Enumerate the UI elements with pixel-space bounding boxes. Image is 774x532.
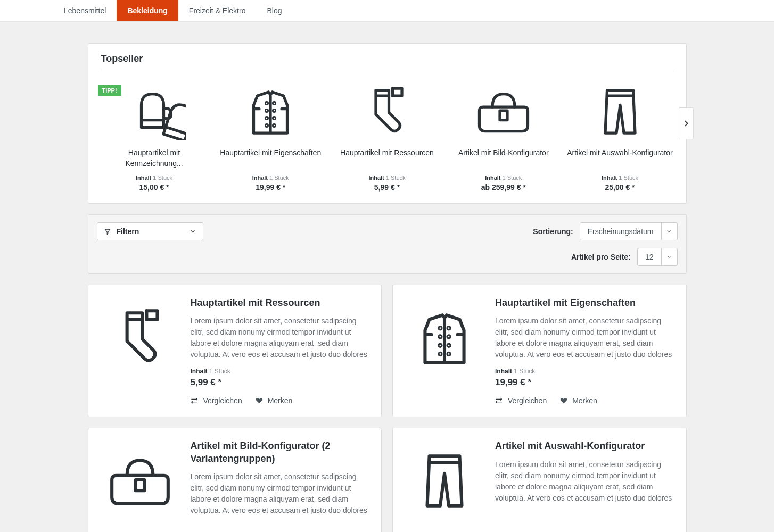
topseller-item[interactable]: Hauptartikel mit RessourcenInhalt 1 Stüc… (334, 81, 440, 192)
heart-icon (559, 396, 568, 405)
chevron-down-icon (189, 228, 196, 235)
product-content: Inhalt 1 Stück (450, 174, 557, 181)
product-image (567, 81, 673, 140)
sort-value: Erscheinungsdatum (580, 227, 661, 236)
chevron-down-icon (666, 228, 672, 235)
product-image (100, 440, 180, 520)
heart-icon (255, 396, 264, 405)
topseller-item[interactable]: Hauptartikel mit EigenschaftenInhalt 1 S… (217, 81, 324, 192)
product-title: Artikel mit Bild-Konfigurator (2 Variant… (191, 440, 370, 465)
product-description: Lorem ipsum dolor sit amet, consetetur s… (495, 459, 674, 504)
sort-label: Sortierung: (533, 227, 573, 236)
product-image (405, 297, 484, 377)
product-description: Lorem ipsum dolor sit amet, consetetur s… (495, 315, 674, 360)
product-name: Hauptartikel mit Kennzeichnung... (101, 148, 208, 169)
product-image (450, 81, 557, 140)
product-name: Hauptartikel mit Eigenschaften (217, 148, 324, 169)
chevron-right-icon (682, 119, 690, 128)
product-image (100, 297, 180, 377)
product-image (405, 440, 484, 520)
compare-button[interactable]: Vergleichen (495, 396, 547, 405)
per-page-value: 12 (638, 253, 661, 261)
nav-item-freizeit-elektro[interactable]: Freizeit & Elektro (178, 0, 257, 21)
filter-button[interactable]: Filtern (97, 222, 203, 240)
compare-icon (495, 396, 504, 405)
filter-label: Filtern (117, 227, 139, 236)
product-price: ab 259,99 € * (450, 183, 557, 192)
product-content: Inhalt 1 Stück (334, 174, 440, 181)
product-price: 5,99 € * (191, 377, 370, 388)
product-name: Artikel mit Bild-Konfigurator (450, 148, 557, 169)
product-title: Artikel mit Auswahl-Konfigurator (495, 440, 674, 452)
product-image (334, 81, 440, 140)
topseller-title: Topseller (101, 53, 673, 71)
product-content: Inhalt 1 Stück (495, 368, 674, 375)
product-price: 19,99 € * (495, 377, 674, 388)
topseller-item[interactable]: Artikel mit Auswahl-KonfiguratorInhalt 1… (567, 81, 673, 192)
tip-badge: TIPP! (98, 85, 121, 96)
compare-icon (191, 396, 199, 405)
nav-item-lebensmittel[interactable]: Lebensmittel (53, 0, 117, 21)
product-content: Inhalt 1 Stück (217, 174, 324, 181)
chevron-down-icon (666, 254, 672, 260)
product-description: Lorem ipsum dolor sit amet, consetetur s… (191, 471, 370, 516)
nav-item-blog[interactable]: Blog (256, 0, 292, 21)
product-grid: Hauptartikel mit RessourcenLorem ipsum d… (88, 285, 687, 532)
topseller-item[interactable]: Artikel mit Bild-KonfiguratorInhalt 1 St… (450, 81, 557, 192)
product-card[interactable]: Hauptartikel mit RessourcenLorem ipsum d… (88, 285, 382, 417)
product-description: Lorem ipsum dolor sit amet, consetetur s… (191, 315, 370, 360)
product-price: 15,00 € * (101, 183, 208, 192)
product-price: 25,00 € * (567, 183, 673, 192)
product-name: Hauptartikel mit Ressourcen (334, 148, 440, 169)
product-content: Inhalt 1 Stück (567, 174, 673, 181)
product-image (217, 81, 324, 140)
product-name: Artikel mit Auswahl-Konfigurator (567, 148, 673, 169)
per-page-label: Artikel pro Seite: (571, 253, 631, 261)
main-nav: LebensmittelBekleidungFreizeit & Elektro… (0, 0, 774, 22)
product-card[interactable]: Artikel mit Auswahl-KonfiguratorLorem ip… (392, 428, 687, 532)
wishlist-button[interactable]: Merken (559, 396, 597, 405)
product-card[interactable]: Artikel mit Bild-Konfigurator (2 Variant… (88, 428, 382, 532)
filter-bar: Filtern Sortierung: Erscheinungsdatum Ar… (88, 214, 687, 274)
topseller-section: Topseller TIPP!Hauptartikel mit Kennzeic… (88, 43, 687, 204)
product-price: 5,99 € * (334, 183, 440, 192)
product-title: Hauptartikel mit Ressourcen (191, 297, 370, 309)
wishlist-button[interactable]: Merken (255, 396, 293, 405)
carousel-next-button[interactable] (679, 107, 694, 139)
product-content: Inhalt 1 Stück (191, 368, 370, 375)
per-page-select[interactable]: 12 (637, 248, 678, 266)
product-price: 19,99 € * (217, 183, 324, 192)
nav-item-bekleidung[interactable]: Bekleidung (117, 0, 178, 21)
product-title: Hauptartikel mit Eigenschaften (495, 297, 674, 309)
compare-button[interactable]: Vergleichen (191, 396, 242, 405)
topseller-item[interactable]: TIPP!Hauptartikel mit Kennzeichnung...In… (101, 81, 208, 192)
filter-icon (104, 228, 111, 235)
sort-select[interactable]: Erscheinungsdatum (580, 222, 678, 240)
product-content: Inhalt 1 Stück (101, 174, 208, 181)
product-card[interactable]: Hauptartikel mit EigenschaftenLorem ipsu… (392, 285, 687, 417)
